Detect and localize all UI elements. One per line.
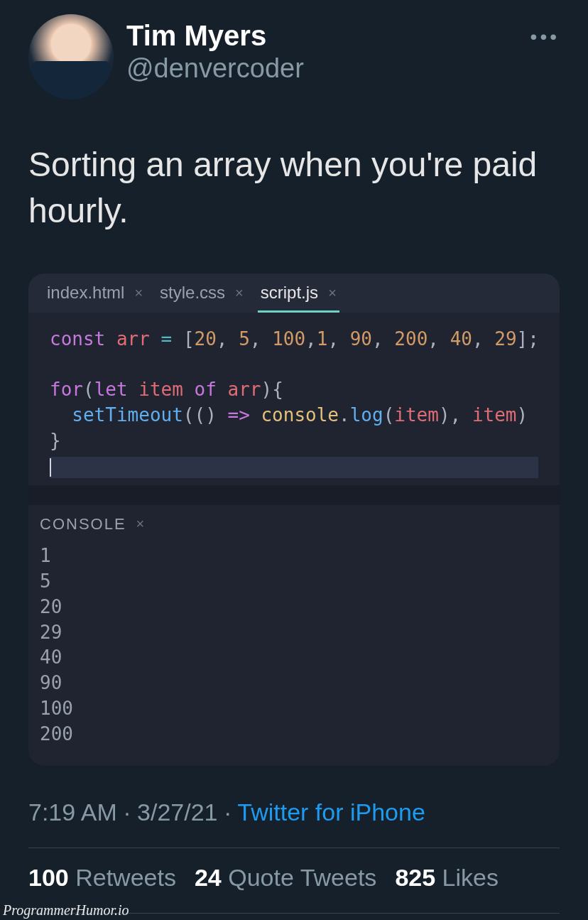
quote-tweets-stat[interactable]: 24 Quote Tweets: [195, 864, 376, 892]
console-line: 20: [40, 595, 548, 620]
console-line: 90: [40, 671, 548, 696]
code-area: const arr = [20, 5, 100,1, 90, 200, 40, …: [28, 313, 560, 485]
more-button[interactable]: •••: [530, 26, 560, 48]
likes-stat[interactable]: 825 Likes: [395, 864, 499, 892]
tweet-text: Sorting an array when you're paid hourly…: [28, 142, 560, 234]
tweet-stats: 100 Retweets 24 Quote Tweets 825 Likes: [28, 864, 560, 892]
tweet-date[interactable]: 3/27/21: [137, 799, 217, 826]
author-block[interactable]: Tim Myers @denvercoder: [126, 14, 304, 84]
close-icon[interactable]: ×: [328, 285, 337, 301]
close-icon[interactable]: ×: [134, 285, 143, 301]
display-name: Tim Myers: [126, 20, 304, 52]
panel-divider: [28, 485, 560, 505]
watermark: ProgrammerHumor.io: [3, 902, 129, 919]
cursor-line: [50, 457, 538, 478]
divider: [28, 848, 560, 848]
console-tab[interactable]: CONSOLE ×: [28, 505, 560, 539]
console-line: 1: [40, 543, 548, 569]
console-line: 200: [40, 722, 548, 747]
editor-tab-script-js[interactable]: script.js ×: [252, 274, 345, 313]
console-output: 1 5 20 29 40 90 100 200: [28, 539, 560, 766]
tweet-meta: 7:19 AM · 3/27/21 · Twitter for iPhone: [28, 799, 560, 826]
tweet-header: Tim Myers @denvercoder •••: [28, 14, 560, 99]
tweet-source[interactable]: Twitter for iPhone: [237, 799, 425, 826]
tweet: Tim Myers @denvercoder ••• Sorting an ar…: [0, 0, 588, 914]
retweets-stat[interactable]: 100 Retweets: [28, 864, 176, 892]
close-icon[interactable]: ×: [136, 516, 145, 532]
console-line: 29: [40, 620, 548, 646]
editor-tab-label: style.css: [160, 283, 225, 303]
console-line: 100: [40, 696, 548, 722]
console-label: CONSOLE: [40, 515, 126, 534]
console-line: 5: [40, 569, 548, 595]
editor-tab-index-html[interactable]: index.html ×: [38, 274, 151, 313]
editor-tab-label: index.html: [47, 283, 124, 303]
editor-tab-label: script.js: [261, 283, 318, 303]
avatar[interactable]: [28, 14, 114, 99]
code-editor-image: index.html × style.css × script.js × con…: [28, 274, 560, 766]
console-line: 40: [40, 645, 548, 671]
close-icon[interactable]: ×: [235, 285, 244, 301]
tweet-time[interactable]: 7:19 AM: [28, 799, 117, 826]
editor-tab-style-css[interactable]: style.css ×: [151, 274, 252, 313]
handle: @denvercoder: [126, 53, 304, 84]
editor-tabbar: index.html × style.css × script.js ×: [28, 274, 560, 313]
